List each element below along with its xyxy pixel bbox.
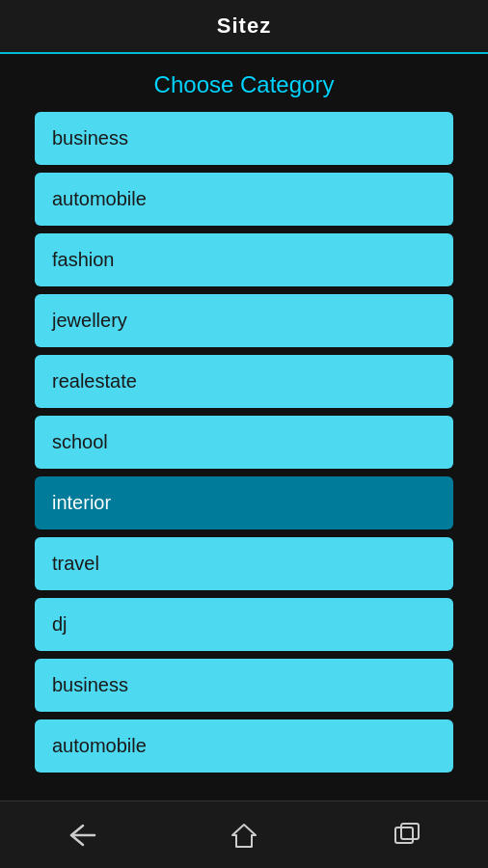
category-item-realestate[interactable]: realestate xyxy=(35,355,453,408)
nav-bar xyxy=(0,800,488,868)
title-bar: Sitez xyxy=(0,0,488,54)
category-item-fashion[interactable]: fashion xyxy=(35,233,453,286)
category-list: businessautomobilefashionjewelleryreales… xyxy=(0,112,488,800)
category-item-interior[interactable]: interior xyxy=(35,476,453,529)
category-item-business-1[interactable]: business xyxy=(35,112,453,165)
category-item-school[interactable]: school xyxy=(35,416,453,469)
svg-marker-1 xyxy=(232,825,256,847)
svg-rect-3 xyxy=(401,824,419,839)
category-item-automobile-2[interactable]: automobile xyxy=(35,719,453,773)
back-button[interactable] xyxy=(52,814,110,856)
category-item-jewellery[interactable]: jewellery xyxy=(35,294,453,347)
svg-rect-2 xyxy=(395,827,413,843)
category-item-dj[interactable]: dj xyxy=(35,598,453,651)
category-item-business-2[interactable]: business xyxy=(35,659,453,712)
back-icon xyxy=(66,822,96,849)
category-item-automobile-1[interactable]: automobile xyxy=(35,173,453,226)
recents-icon xyxy=(392,822,422,849)
content-area: Choose Category businessautomobilefashio… xyxy=(0,54,488,800)
recents-button[interactable] xyxy=(378,814,436,856)
page-title: Choose Category xyxy=(0,54,488,112)
home-icon xyxy=(229,822,259,849)
app-title: Sitez xyxy=(217,14,271,39)
home-button[interactable] xyxy=(215,814,273,856)
category-item-travel[interactable]: travel xyxy=(35,537,453,590)
